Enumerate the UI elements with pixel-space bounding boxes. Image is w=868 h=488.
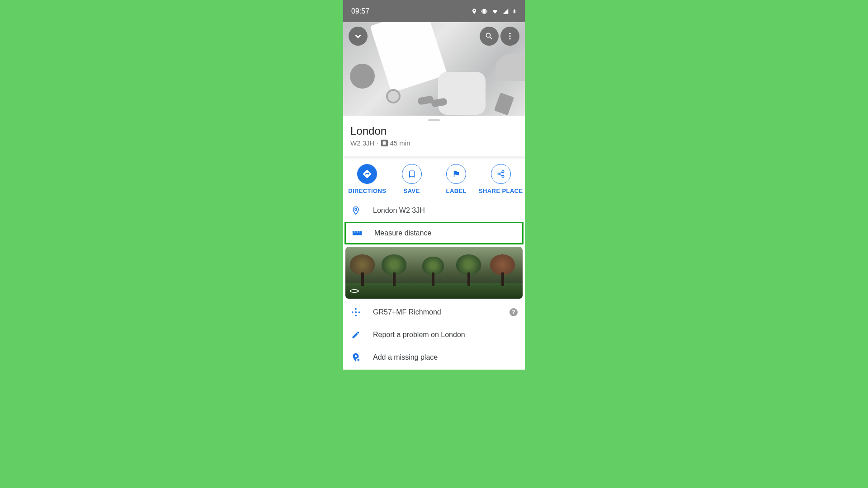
svg-point-16	[355, 315, 357, 317]
place-title: London	[350, 125, 518, 137]
search-icon	[485, 32, 494, 41]
wifi-icon	[491, 8, 499, 14]
battery-icon	[512, 8, 517, 15]
status-time: 09:57	[351, 7, 369, 15]
svg-point-17	[352, 311, 354, 313]
svg-point-5	[502, 175, 504, 178]
add-place-row[interactable]: Add a missing place	[343, 346, 525, 369]
location-icon	[471, 8, 477, 14]
svg-point-3	[502, 171, 504, 173]
place-time: 45 min	[390, 139, 410, 147]
svg-line-6	[500, 174, 502, 176]
svg-line-7	[500, 172, 502, 174]
collapse-button[interactable]	[349, 27, 368, 46]
action-row: DIRECTIONS SAVE LABEL SHARE PLACE	[343, 159, 525, 199]
status-icons	[471, 8, 517, 15]
svg-point-8	[355, 208, 357, 210]
svg-point-0	[509, 33, 510, 34]
svg-point-19	[355, 311, 357, 313]
chevron-down-icon	[353, 31, 363, 41]
more-vert-icon	[505, 32, 514, 41]
place-postcode: W2 3JH	[350, 139, 374, 147]
phone-frame: 09:57	[343, 0, 525, 370]
svg-rect-9	[353, 231, 362, 235]
svg-point-4	[498, 173, 500, 175]
measure-distance-row[interactable]: Measure distance	[344, 222, 524, 244]
help-icon[interactable]: ?	[509, 308, 518, 316]
status-bar: 09:57	[343, 0, 525, 22]
vibrate-icon	[481, 8, 488, 14]
transit-icon	[381, 140, 388, 146]
address-row[interactable]: London W2 3JH	[343, 199, 525, 222]
ruler-icon	[352, 230, 362, 236]
svg-point-15	[355, 308, 357, 310]
place-subtitle: W2 3JH · 45 min	[350, 139, 518, 147]
label-button[interactable]: LABEL	[434, 164, 479, 194]
search-button[interactable]	[480, 27, 499, 46]
place-sheet: London W2 3JH · 45 min	[343, 119, 525, 156]
report-problem-row[interactable]: Report a problem on London	[343, 324, 525, 346]
svg-point-18	[359, 311, 360, 313]
signal-icon	[502, 8, 509, 14]
plus-code-row[interactable]: GR57+MF Richmond ?	[343, 301, 525, 324]
report-text: Report a problem on London	[373, 331, 518, 339]
add-place-icon	[351, 352, 361, 362]
share-button[interactable]: SHARE PLACE	[479, 164, 524, 194]
plus-code-icon	[351, 307, 361, 317]
drag-handle[interactable]	[428, 119, 440, 121]
add-place-text: Add a missing place	[373, 353, 518, 361]
bookmark-icon	[408, 170, 416, 178]
svg-point-1	[509, 35, 510, 37]
directions-icon	[362, 169, 372, 179]
panorama-icon	[350, 288, 359, 295]
flag-icon	[452, 170, 460, 178]
more-button[interactable]	[500, 27, 519, 46]
streetview-thumbnail[interactable]	[345, 247, 523, 299]
svg-point-2	[509, 38, 510, 39]
pin-icon	[351, 206, 360, 215]
address-text: London W2 3JH	[373, 206, 518, 215]
save-button[interactable]: SAVE	[390, 164, 434, 194]
place-header-image	[343, 22, 525, 116]
measure-distance-text: Measure distance	[374, 229, 516, 237]
directions-button[interactable]: DIRECTIONS	[345, 164, 390, 194]
share-icon	[497, 170, 505, 178]
plus-code-text: GR57+MF Richmond	[373, 308, 498, 316]
pencil-icon	[351, 330, 360, 339]
